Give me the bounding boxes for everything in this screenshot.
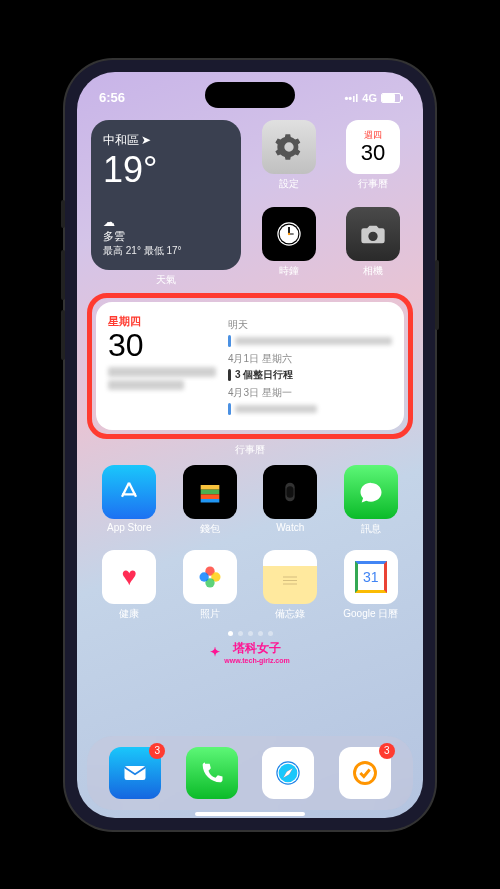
home-indicator[interactable]	[195, 812, 305, 816]
home-screen[interactable]: 6:56 ••ıl 4G 中和區➤ 19° ☁ 多雲	[77, 72, 423, 818]
notes-icon	[263, 550, 317, 604]
weather-label: 天氣	[91, 273, 241, 287]
weather-range: 最高 21° 最低 17°	[103, 244, 229, 258]
todo-badge: 3	[379, 743, 395, 759]
weather-widget[interactable]: 中和區➤ 19° ☁ 多雲 最高 21° 最低 17°	[91, 120, 241, 270]
redacted-event	[108, 380, 184, 390]
mail-app[interactable]: 3	[109, 747, 161, 799]
watch-app[interactable]: Watch	[256, 465, 325, 536]
event-text: 3 個整日行程	[235, 368, 293, 382]
messages-icon	[344, 465, 398, 519]
weather-temp: 19°	[103, 149, 229, 191]
calendar-app[interactable]: 週四 30 行事曆	[337, 120, 409, 200]
redacted-event	[235, 405, 317, 413]
svg-rect-9	[200, 499, 219, 503]
network-label: 4G	[362, 92, 377, 104]
svg-rect-7	[200, 489, 219, 494]
logo-icon: ✦	[210, 645, 220, 659]
phone-frame: 6:56 ••ıl 4G 中和區➤ 19° ☁ 多雲	[65, 60, 435, 830]
notes-app[interactable]: 備忘錄	[256, 550, 325, 621]
clock-app[interactable]: 時鐘	[253, 207, 325, 287]
clock-icon	[262, 207, 316, 261]
svg-rect-6	[200, 485, 219, 490]
appstore-app[interactable]: App Store	[95, 465, 164, 536]
wallet-icon	[183, 465, 237, 519]
page-indicator[interactable]	[91, 631, 409, 636]
svg-point-5	[288, 233, 290, 235]
weather-condition: 多雲	[103, 229, 229, 244]
health-app[interactable]: ♥ 健康	[95, 550, 164, 621]
watermark: ✦ 塔科女子 www.tech-girlz.com	[91, 640, 409, 664]
status-time: 6:56	[99, 90, 125, 105]
camera-icon	[346, 207, 400, 261]
cloud-icon: ☁	[103, 215, 229, 229]
signal-icon: ••ıl	[344, 92, 358, 104]
cal-date: 30	[108, 329, 216, 361]
watch-icon	[263, 465, 317, 519]
highlight-annotation: 星期四 30 明天 4月1日 星期六 3 個整日行程 4月3日 星期一	[87, 293, 413, 439]
location-icon: ➤	[141, 133, 151, 147]
safari-app[interactable]	[262, 747, 314, 799]
redacted-event	[235, 337, 392, 345]
mail-badge: 3	[149, 743, 165, 759]
photos-icon	[183, 550, 237, 604]
messages-app[interactable]: 訊息	[337, 465, 406, 536]
calendar-widget-label: 行事曆	[91, 443, 409, 457]
google-calendar-app[interactable]: 31 Google 日曆	[337, 550, 406, 621]
calendar-icon: 週四 30	[346, 120, 400, 174]
wallet-app[interactable]: 錢包	[176, 465, 245, 536]
redacted-event	[108, 367, 216, 377]
svg-point-15	[199, 572, 208, 581]
weather-location: 中和區	[103, 132, 139, 149]
photos-app[interactable]: 照片	[176, 550, 245, 621]
svg-rect-19	[125, 766, 146, 780]
camera-app[interactable]: 相機	[337, 207, 409, 287]
svg-rect-8	[200, 494, 219, 499]
phone-app[interactable]	[186, 747, 238, 799]
appstore-icon	[102, 465, 156, 519]
health-icon: ♥	[102, 550, 156, 604]
calendar-widget[interactable]: 星期四 30 明天 4月1日 星期六 3 個整日行程 4月3日 星期一	[96, 302, 404, 430]
settings-app[interactable]: 設定	[253, 120, 325, 200]
dock: 3 3	[87, 736, 413, 810]
battery-icon	[381, 93, 401, 103]
svg-rect-11	[287, 486, 294, 498]
dynamic-island	[205, 82, 295, 108]
google-calendar-icon: 31	[344, 550, 398, 604]
todo-app[interactable]: 3	[339, 747, 391, 799]
gear-icon	[262, 120, 316, 174]
